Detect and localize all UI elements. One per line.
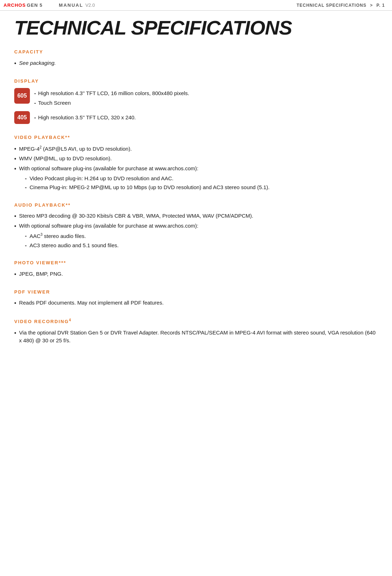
badge-605: 605	[14, 88, 30, 104]
video-recording-item-1: Via the optional DVR Station Gen 5 or DV…	[19, 329, 378, 345]
pdf-viewer-title: PDF VIEWER	[14, 289, 378, 296]
manual-label: MANUAL	[59, 2, 83, 9]
list-item: Reads PDF documents. May not implement a…	[14, 299, 378, 307]
video-sub-1: Video Podcast plug-in: H.264 up to DVD r…	[30, 175, 173, 183]
pdf-item-1: Reads PDF documents. May not implement a…	[19, 299, 164, 307]
section-capacity: CAPACITY See packaging.	[14, 48, 378, 68]
list-item: MPEG-42 (ASP@L5 AVI, up to DVD resolutio…	[14, 145, 378, 153]
header-page: P. 1	[376, 2, 385, 9]
archos-logo: ARCHOS GEN 5	[4, 2, 42, 9]
audio-sub-1: AAC3 stereo audio files.	[30, 232, 86, 240]
list-item: Video Podcast plug-in: H.264 up to DVD r…	[25, 175, 378, 183]
display-605-row: 605 - High resolution 4.3'' TFT LCD, 16 …	[14, 88, 378, 107]
list-item: Cinema Plug-in: MPEG-2 MP@ML up to 10 Mb…	[25, 183, 378, 192]
display-title: DISPLAY	[14, 78, 378, 85]
audio-item-2: With optional software plug-ins (availab…	[19, 222, 199, 230]
display-605-specs: - High resolution 4.3'' TFT LCD, 16 mill…	[34, 88, 189, 107]
audio-playback-list: Stereo MP3 decoding @ 30-320 Kbits/s CBR…	[14, 212, 378, 230]
photo-viewer-title: PHOTO VIEWER***	[14, 259, 378, 266]
list-item: JPEG, BMP, PNG.	[14, 270, 378, 279]
capacity-item-1: See packaging.	[19, 59, 56, 67]
badge-405: 405	[14, 111, 30, 124]
pdf-viewer-list: Reads PDF documents. May not implement a…	[14, 299, 378, 307]
list-item: Via the optional DVR Station Gen 5 or DV…	[14, 329, 378, 345]
spec-line-2: - Touch Screen	[34, 99, 189, 107]
brand-name: ARCHOS	[4, 2, 26, 9]
list-item: AAC3 stereo audio files.	[25, 232, 378, 240]
page-content: TECHNICAL SPECIFICATIONS CAPACITY See pa…	[0, 11, 392, 369]
display-405-spec-row: - High resolution 3.5'' TFT LCD, 320 x 2…	[34, 114, 136, 122]
section-pdf-viewer: PDF VIEWER Reads PDF documents. May not …	[14, 289, 378, 308]
audio-playback-title: AUDIO PLAYBACK**	[14, 202, 378, 209]
video-sub-list: Video Podcast plug-in: H.264 up to DVD r…	[14, 175, 378, 192]
photo-viewer-list: JPEG, BMP, PNG.	[14, 270, 378, 279]
list-item: See packaging.	[14, 59, 378, 68]
list-item: WMV (MP@ML, up to DVD resolution).	[14, 155, 378, 163]
section-video-recording: VIDEO RECORDING4 Via the optional DVR St…	[14, 317, 378, 345]
audio-item-1: Stereo MP3 decoding @ 30-320 Kbits/s CBR…	[19, 212, 254, 220]
display-405-row: 405 - High resolution 3.5'' TFT LCD, 320…	[14, 111, 378, 124]
video-playback-title: VIDEO PLAYBACK**	[14, 134, 378, 141]
section-display: DISPLAY 605 - High resolution 4.3'' TFT …	[14, 78, 378, 124]
video-recording-list: Via the optional DVR Station Gen 5 or DV…	[14, 329, 378, 345]
photo-item-1: JPEG, BMP, PNG.	[19, 270, 63, 278]
header-left: ARCHOS GEN 5 MANUAL V2.0	[4, 2, 95, 9]
capacity-title: CAPACITY	[14, 48, 378, 56]
list-item: With optional software plug-ins (availab…	[14, 222, 378, 230]
header-right: TECHNICAL SPECIFICATIONS > P. 1	[297, 2, 385, 9]
video-playback-list: MPEG-42 (ASP@L5 AVI, up to DVD resolutio…	[14, 145, 378, 173]
spec-line-1: - High resolution 4.3'' TFT LCD, 16 mill…	[34, 89, 189, 98]
section-video-playback: VIDEO PLAYBACK** MPEG-42 (ASP@L5 AVI, up…	[14, 134, 378, 192]
video-item-1: MPEG-42 (ASP@L5 AVI, up to DVD resolutio…	[19, 145, 132, 153]
list-item: Stereo MP3 decoding @ 30-320 Kbits/s CBR…	[14, 212, 378, 220]
list-item: With optional software plug-ins (availab…	[14, 165, 378, 173]
display-405-spec-1: High resolution 3.5'' TFT LCD, 320 x 240…	[38, 114, 136, 122]
product-name: GEN 5	[27, 2, 42, 9]
audio-sub-2: AC3 stereo audio and 5.1 sound files.	[30, 242, 119, 250]
header-arrow: >	[370, 2, 373, 9]
video-item-2: WMV (MP@ML, up to DVD resolution).	[19, 155, 112, 163]
display-605-spec-2: Touch Screen	[38, 99, 71, 107]
header-section: TECHNICAL SPECIFICATIONS	[297, 2, 366, 9]
video-item-3: With optional software plug-ins (availab…	[19, 165, 199, 173]
page-title: TECHNICAL SPECIFICATIONS	[14, 18, 378, 38]
section-photo-viewer: PHOTO VIEWER*** JPEG, BMP, PNG.	[14, 259, 378, 279]
list-item: AC3 stereo audio and 5.1 sound files.	[25, 242, 378, 250]
capacity-list: See packaging.	[14, 59, 378, 68]
audio-sub-list: AAC3 stereo audio files. AC3 stereo audi…	[14, 232, 378, 249]
page-header: ARCHOS GEN 5 MANUAL V2.0 TECHNICAL SPECI…	[0, 0, 392, 11]
manual-version: V2.0	[85, 2, 95, 9]
video-recording-title: VIDEO RECORDING4	[14, 317, 378, 325]
video-sub-2: Cinema Plug-in: MPEG-2 MP@ML up to 10 Mb…	[30, 183, 270, 192]
section-audio-playback: AUDIO PLAYBACK** Stereo MP3 decoding @ 3…	[14, 202, 378, 250]
display-605-spec-1: High resolution 4.3'' TFT LCD, 16 millio…	[38, 89, 189, 98]
